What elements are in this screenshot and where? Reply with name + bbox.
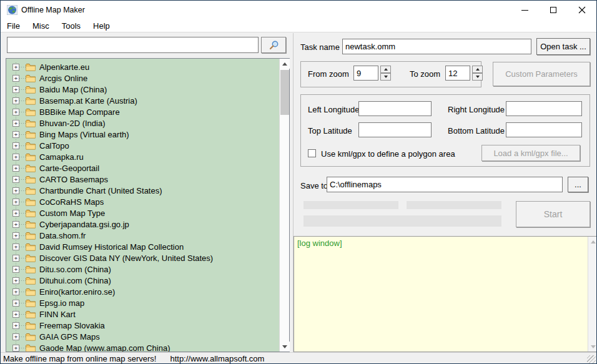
tree-item[interactable]: +Camapka.ru <box>6 151 279 162</box>
folder-icon <box>26 322 36 330</box>
tree-item[interactable]: +Custom Map Type <box>6 207 279 219</box>
tree-item[interactable]: +Bing Maps (Virtual earth) <box>6 129 279 140</box>
tree-item[interactable]: +Freemap Slovakia <box>6 320 279 331</box>
close-button[interactable] <box>568 1 596 19</box>
tree-item[interactable]: +BBBike Map Compare <box>6 106 279 117</box>
tree-item[interactable]: +Bhuvan-2D (India) <box>6 117 279 129</box>
log-window[interactable]: [log window] <box>294 237 588 352</box>
task-name-input[interactable] <box>342 39 531 54</box>
tree-item[interactable]: +CalTopo <box>6 140 279 151</box>
search-button[interactable] <box>261 37 286 53</box>
expand-plus-icon[interactable]: + <box>12 199 19 205</box>
resize-grip-icon[interactable] <box>587 355 596 364</box>
to-zoom-input[interactable] <box>445 66 470 81</box>
spin-up-icon[interactable] <box>472 66 483 73</box>
tree-item[interactable]: +CoCoRaHS Maps <box>6 196 279 207</box>
top-latitude-input[interactable] <box>358 122 432 137</box>
folder-icon <box>26 142 36 150</box>
from-zoom-input[interactable] <box>353 66 378 81</box>
log-scrollbar[interactable] <box>588 237 597 352</box>
expand-plus-icon[interactable]: + <box>12 333 19 340</box>
folder-icon <box>26 130 36 139</box>
tree-item[interactable]: +Arcgis Online <box>6 72 279 84</box>
expand-plus-icon[interactable]: + <box>12 243 19 250</box>
expand-plus-icon[interactable]: + <box>12 221 19 228</box>
expand-plus-icon[interactable]: + <box>12 131 19 138</box>
right-longitude-input[interactable] <box>506 101 582 116</box>
menu-misc[interactable]: Misc <box>26 20 56 32</box>
folder-icon <box>26 153 36 161</box>
expand-plus-icon[interactable]: + <box>12 86 19 93</box>
tree-item[interactable]: +Cyberjapandata.gsi.go.jp <box>6 219 279 230</box>
tree-item[interactable]: +Carte-Geoportail <box>6 162 279 174</box>
folder-icon <box>26 86 36 94</box>
expand-plus-icon[interactable]: + <box>12 154 19 160</box>
tree-item-label: Bhuvan-2D (India) <box>39 119 106 128</box>
expand-plus-icon[interactable]: + <box>12 165 19 172</box>
status-bar: Make offline map from online map servers… <box>1 352 596 364</box>
tree-item[interactable]: +Basemap.at Karte (Austria) <box>6 95 279 106</box>
expand-plus-icon[interactable]: + <box>12 266 19 273</box>
left-longitude-input[interactable] <box>358 101 432 116</box>
minimize-button[interactable] <box>510 1 539 19</box>
from-zoom-spinner[interactable] <box>380 66 391 81</box>
tree-item[interactable]: +Baidu Map (China) <box>6 84 279 95</box>
to-zoom-spinner[interactable] <box>472 66 483 81</box>
tree-item[interactable]: +Discover GIS Data NY (NewYork, United S… <box>6 252 279 263</box>
browse-button[interactable]: ... <box>568 177 588 192</box>
expand-plus-icon[interactable]: + <box>12 300 19 307</box>
start-button[interactable]: Start <box>516 201 590 227</box>
expand-plus-icon[interactable]: + <box>12 109 19 116</box>
expand-plus-icon[interactable]: + <box>12 97 19 104</box>
folder-icon <box>26 299 36 307</box>
expand-plus-icon[interactable]: + <box>12 64 19 71</box>
scroll-up-button[interactable] <box>588 237 597 247</box>
tree-item[interactable]: +Data.shom.fr <box>6 230 279 241</box>
menu-tools[interactable]: Tools <box>56 20 87 32</box>
tree-scrollbar[interactable] <box>279 59 289 352</box>
expand-plus-icon[interactable]: + <box>12 288 19 295</box>
expand-plus-icon[interactable]: + <box>12 311 19 318</box>
tree-item[interactable]: +Ditu.so.com (China) <box>6 263 279 275</box>
expand-plus-icon[interactable]: + <box>12 120 19 127</box>
expand-plus-icon[interactable]: + <box>12 176 19 183</box>
tree-item[interactable]: +Chartbundle Chart (United States) <box>6 185 279 196</box>
menu-help[interactable]: Help <box>87 20 116 32</box>
expand-plus-icon[interactable]: + <box>12 142 19 149</box>
tree-item[interactable]: +CARTO Basemaps <box>6 174 279 185</box>
tree-item[interactable]: +FINN Kart <box>6 308 279 320</box>
custom-parameters-button[interactable]: Custom Parameters <box>493 62 590 86</box>
expand-plus-icon[interactable]: + <box>12 75 19 82</box>
tree-dotted-connector <box>19 168 26 169</box>
tree-item[interactable]: +GAIA GPS Maps <box>6 331 279 342</box>
spin-up-icon[interactable] <box>380 66 391 73</box>
expand-plus-icon[interactable]: + <box>12 255 19 262</box>
tree-item[interactable]: +Gaode Map (www.amap.com China) <box>6 342 279 352</box>
load-kml-button[interactable]: Load a kml/gpx file... <box>481 145 580 161</box>
search-input[interactable] <box>7 37 259 53</box>
tree-item[interactable]: +Alpenkarte.eu <box>6 61 279 72</box>
bottom-latitude-input[interactable] <box>506 122 582 137</box>
spin-down-icon[interactable] <box>472 73 483 81</box>
expand-plus-icon[interactable]: + <box>12 187 19 194</box>
scroll-down-button[interactable] <box>280 342 290 352</box>
tree-item[interactable]: +Epsg.io map <box>6 297 279 308</box>
spin-down-icon[interactable] <box>380 73 391 81</box>
save-path-input[interactable] <box>327 177 563 192</box>
expand-plus-icon[interactable]: + <box>12 322 19 329</box>
tree-dotted-connector <box>19 269 26 270</box>
maximize-button[interactable] <box>539 1 568 19</box>
expand-plus-icon[interactable]: + <box>12 232 19 239</box>
scroll-down-button[interactable] <box>588 342 597 352</box>
kml-polygon-checkbox[interactable] <box>308 149 316 157</box>
tree-item[interactable]: +David Rumsey Historical Map Collection <box>6 241 279 252</box>
expand-plus-icon[interactable]: + <box>12 345 19 352</box>
menu-file[interactable]: File <box>1 20 26 32</box>
expand-plus-icon[interactable]: + <box>12 210 19 217</box>
expand-plus-icon[interactable]: + <box>12 277 19 284</box>
scrollbar-thumb[interactable] <box>280 70 289 115</box>
open-task-button[interactable]: Open task ... <box>536 38 590 55</box>
tree-item[interactable]: +Dituhui.com (China) <box>6 275 279 286</box>
tree-item[interactable]: +Eniro(kartor.eniro.se) <box>6 286 279 297</box>
scroll-up-button[interactable] <box>280 59 290 69</box>
